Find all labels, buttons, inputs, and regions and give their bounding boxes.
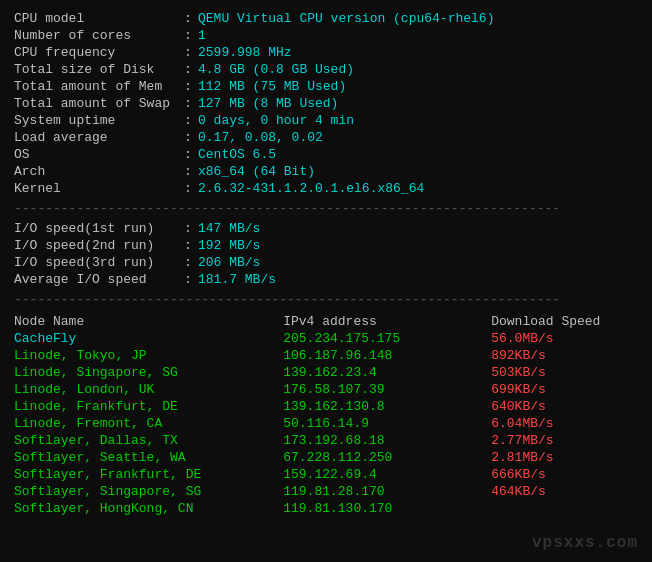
node-speed: 640KB/s	[491, 398, 638, 415]
row-label: Total amount of Swap	[14, 95, 184, 112]
row-label: Total amount of Mem	[14, 78, 184, 95]
node-ip: 173.192.68.18	[283, 432, 491, 449]
node-ip: 119.81.28.170	[283, 483, 491, 500]
col-header-name: Node Name	[14, 313, 283, 330]
node-ip: 176.58.107.39	[283, 381, 491, 398]
row-value: 127 MB (8 MB Used)	[198, 95, 638, 112]
node-name: Softlayer, HongKong, CN	[14, 500, 283, 517]
node-name: Linode, London, UK	[14, 381, 283, 398]
io-table: I/O speed(1st run) : 147 MB/s I/O speed(…	[14, 220, 638, 288]
table-row: I/O speed(1st run) : 147 MB/s	[14, 220, 638, 237]
row-colon: :	[184, 129, 198, 146]
col-header-speed: Download Speed	[491, 313, 638, 330]
table-row: Softlayer, Seattle, WA 67.228.112.250 2.…	[14, 449, 638, 466]
table-row: CacheFly 205.234.175.175 56.0MB/s	[14, 330, 638, 347]
table-row: Kernel : 2.6.32-431.1.2.0.1.el6.x86_64	[14, 180, 638, 197]
node-ip: 205.234.175.175	[283, 330, 491, 347]
row-value: 1	[198, 27, 638, 44]
row-label: I/O speed(3rd run)	[14, 254, 184, 271]
row-label: Kernel	[14, 180, 184, 197]
table-row: Load average : 0.17, 0.08, 0.02	[14, 129, 638, 146]
row-value: 2.6.32-431.1.2.0.1.el6.x86_64	[198, 180, 638, 197]
node-speed: 464KB/s	[491, 483, 638, 500]
node-name: Linode, Singapore, SG	[14, 364, 283, 381]
row-label: Load average	[14, 129, 184, 146]
table-row: I/O speed(2nd run) : 192 MB/s	[14, 237, 638, 254]
table-row: System uptime : 0 days, 0 hour 4 min	[14, 112, 638, 129]
row-label: I/O speed(2nd run)	[14, 237, 184, 254]
row-value: 4.8 GB (0.8 GB Used)	[198, 61, 638, 78]
col-header-ip: IPv4 address	[283, 313, 491, 330]
table-row: Average I/O speed : 181.7 MB/s	[14, 271, 638, 288]
row-value: 112 MB (75 MB Used)	[198, 78, 638, 95]
row-colon: :	[184, 10, 198, 27]
row-label: Arch	[14, 163, 184, 180]
row-value: 206 MB/s	[198, 254, 638, 271]
row-value: CentOS 6.5	[198, 146, 638, 163]
row-label: Number of cores	[14, 27, 184, 44]
table-row: Linode, Singapore, SG 139.162.23.4 503KB…	[14, 364, 638, 381]
table-row: Softlayer, HongKong, CN 119.81.130.170	[14, 500, 638, 517]
row-value: 147 MB/s	[198, 220, 638, 237]
row-colon: :	[184, 61, 198, 78]
row-colon: :	[184, 163, 198, 180]
table-row: Total size of Disk : 4.8 GB (0.8 GB Used…	[14, 61, 638, 78]
table-row: Softlayer, Frankfurt, DE 159.122.69.4 66…	[14, 466, 638, 483]
node-ip: 139.162.23.4	[283, 364, 491, 381]
row-colon: :	[184, 237, 198, 254]
row-colon: :	[184, 95, 198, 112]
table-row: Linode, Frankfurt, DE 139.162.130.8 640K…	[14, 398, 638, 415]
node-speed: 56.0MB/s	[491, 330, 638, 347]
row-label: System uptime	[14, 112, 184, 129]
divider-2: ----------------------------------------…	[14, 288, 638, 311]
row-label: OS	[14, 146, 184, 163]
row-value: 192 MB/s	[198, 237, 638, 254]
node-ip: 67.228.112.250	[283, 449, 491, 466]
node-speed: 2.77MB/s	[491, 432, 638, 449]
node-name: Softlayer, Dallas, TX	[14, 432, 283, 449]
node-ip: 159.122.69.4	[283, 466, 491, 483]
row-label: Average I/O speed	[14, 271, 184, 288]
node-name: Softlayer, Frankfurt, DE	[14, 466, 283, 483]
node-speed: 699KB/s	[491, 381, 638, 398]
table-row: Linode, Fremont, CA 50.116.14.9 6.04MB/s	[14, 415, 638, 432]
table-row: Linode, Tokyo, JP 106.187.96.148 892KB/s	[14, 347, 638, 364]
node-ip: 139.162.130.8	[283, 398, 491, 415]
row-value: QEMU Virtual CPU version (cpu64-rhel6)	[198, 10, 638, 27]
node-speed: 2.81MB/s	[491, 449, 638, 466]
table-row: Total amount of Mem : 112 MB (75 MB Used…	[14, 78, 638, 95]
row-colon: :	[184, 112, 198, 129]
row-value: 0.17, 0.08, 0.02	[198, 129, 638, 146]
row-label: CPU model	[14, 10, 184, 27]
row-colon: :	[184, 146, 198, 163]
row-colon: :	[184, 220, 198, 237]
divider-1: ----------------------------------------…	[14, 197, 638, 220]
row-value: 0 days, 0 hour 4 min	[198, 112, 638, 129]
node-ip: 119.81.130.170	[283, 500, 491, 517]
node-speed: 892KB/s	[491, 347, 638, 364]
table-row: Arch : x86_64 (64 Bit)	[14, 163, 638, 180]
watermark: vpsxxs.com	[532, 534, 638, 552]
row-colon: :	[184, 254, 198, 271]
table-row: Total amount of Swap : 127 MB (8 MB Used…	[14, 95, 638, 112]
row-value: x86_64 (64 Bit)	[198, 163, 638, 180]
node-speed: 6.04MB/s	[491, 415, 638, 432]
sysinfo-table: CPU model : QEMU Virtual CPU version (cp…	[14, 10, 638, 197]
row-colon: :	[184, 44, 198, 61]
table-row: Linode, London, UK 176.58.107.39 699KB/s	[14, 381, 638, 398]
node-name: CacheFly	[14, 330, 283, 347]
table-row: CPU model : QEMU Virtual CPU version (cp…	[14, 10, 638, 27]
row-value: 181.7 MB/s	[198, 271, 638, 288]
node-ip: 106.187.96.148	[283, 347, 491, 364]
table-row: I/O speed(3rd run) : 206 MB/s	[14, 254, 638, 271]
row-colon: :	[184, 180, 198, 197]
row-value: 2599.998 MHz	[198, 44, 638, 61]
table-row: OS : CentOS 6.5	[14, 146, 638, 163]
row-label: Total size of Disk	[14, 61, 184, 78]
table-row: Softlayer, Dallas, TX 173.192.68.18 2.77…	[14, 432, 638, 449]
row-colon: :	[184, 271, 198, 288]
node-speed	[491, 500, 638, 517]
node-ip: 50.116.14.9	[283, 415, 491, 432]
node-name: Linode, Fremont, CA	[14, 415, 283, 432]
node-speed: 503KB/s	[491, 364, 638, 381]
